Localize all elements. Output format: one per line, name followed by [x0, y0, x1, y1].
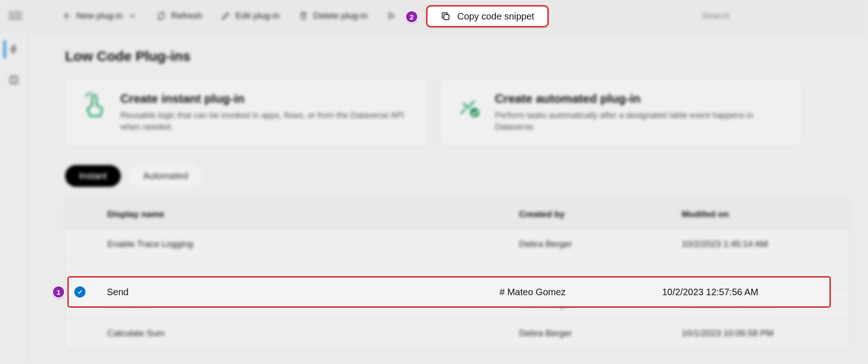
table-row[interactable]: Calculate Sum Debra Berger 10/1/2023 10:… [66, 318, 849, 348]
rail-item-library[interactable] [5, 71, 23, 89]
card-instant-title: Create instant plug-in [120, 92, 412, 106]
cell-name: Enable Trace Logging [107, 239, 519, 249]
play-icon [386, 11, 396, 21]
delete-label: Delete plug-in [313, 11, 368, 21]
card-automated-desc: Perform tasks automatically after a desi… [495, 110, 787, 133]
tab-automated[interactable]: Automated [129, 165, 202, 187]
svg-rect-2 [444, 14, 449, 20]
refresh-button[interactable]: Refresh [149, 6, 210, 26]
cell-created-by: Debra Berger [519, 239, 682, 249]
cell-modified-on: 10/2/2023 1:45:14 AM [682, 239, 844, 249]
edit-label: Edit plug-in [236, 11, 280, 21]
table-row[interactable]: Enable Trace Logging Debra Berger 10/2/2… [66, 229, 849, 259]
left-rail [0, 32, 28, 364]
selected-row-highlight[interactable]: Send # Mateo Gomez 10/2/2023 12:57:56 AM [67, 276, 831, 308]
cell-modified-on: 10/2/2023 12:57:56 AM [662, 287, 825, 298]
touch-icon [80, 92, 108, 119]
bolt-icon [8, 44, 20, 55]
table-header: Display name Created by Modifed on [66, 199, 849, 229]
rail-item-plugins[interactable] [4, 40, 22, 59]
tab-instant[interactable]: Instant [65, 165, 121, 187]
edit-plugin-button[interactable]: Edit plug-in [213, 6, 287, 26]
hamburger-icon[interactable] [8, 9, 22, 23]
card-automated-title: Create automated plug-in [495, 92, 787, 106]
connector-icon [455, 92, 483, 119]
card-instant-desc: Reusable logic that can be invoked in ap… [120, 110, 412, 133]
row-checkbox[interactable] [74, 286, 85, 298]
cell-created-by: # Mateo Gomez [500, 287, 662, 298]
cell-name: Calculate Sum [107, 328, 519, 338]
copy-code-snippet-button[interactable]: Copy code snippet [426, 5, 549, 27]
new-plugin-label: New plug-in [76, 11, 123, 21]
card-instant-plugin[interactable]: Create instant plug-in Reusable logic th… [65, 78, 427, 146]
pencil-icon [221, 11, 231, 21]
plus-icon [61, 11, 72, 21]
cell-modified-on: 10/1/2023 10:06:58 PM [682, 328, 844, 338]
refresh-label: Refresh [171, 11, 202, 21]
new-plugin-button[interactable]: New plug-in [54, 6, 145, 26]
refresh-icon [156, 11, 166, 21]
plugin-table: Display name Created by Modifed on Enabl… [65, 199, 849, 349]
callout-badge-2: 2 [405, 10, 418, 23]
tabs: Instant Automated [65, 165, 849, 187]
create-cards: Create instant plug-in Reusable logic th… [65, 78, 849, 146]
delete-plugin-button[interactable]: Delete plug-in [291, 6, 375, 26]
cell-name: Send [107, 287, 500, 298]
main-content: Low Code Plug-ins Create instant plug-in… [28, 32, 868, 364]
col-display-name[interactable]: Display name [107, 209, 519, 219]
trash-icon [298, 11, 309, 21]
card-automated-plugin[interactable]: Create automated plug-in Perform tasks a… [440, 78, 802, 146]
cell-created-by: Debra Berger [519, 328, 682, 338]
callout-badge-1: 1 [52, 285, 65, 298]
col-modified-on[interactable]: Modifed on [682, 209, 844, 219]
page-title: Low Code Plug-ins [65, 48, 849, 64]
copy-snippet-label: Copy code snippet [457, 11, 534, 22]
col-created-by[interactable]: Created by [519, 209, 682, 219]
copy-icon [441, 11, 451, 21]
play-button[interactable] [379, 6, 404, 26]
chevron-down-icon [127, 11, 138, 21]
search-input[interactable]: Search [692, 6, 860, 26]
book-icon [8, 74, 20, 86]
